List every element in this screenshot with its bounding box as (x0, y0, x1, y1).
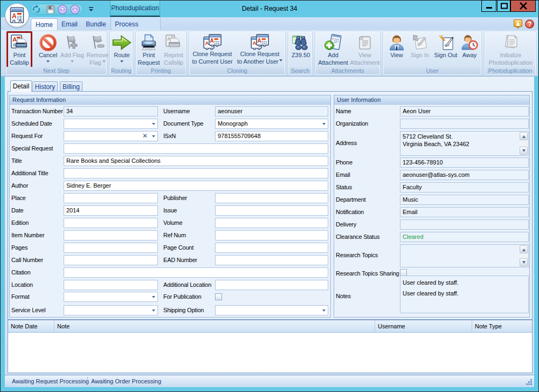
svg-text:A: A (210, 38, 214, 44)
svg-text:A: A (12, 36, 17, 43)
svg-text:A: A (258, 38, 261, 44)
svg-text:A: A (205, 40, 209, 46)
svg-text:A: A (12, 12, 17, 20)
svg-text:A: A (253, 40, 257, 46)
svg-text:?: ? (528, 20, 531, 28)
